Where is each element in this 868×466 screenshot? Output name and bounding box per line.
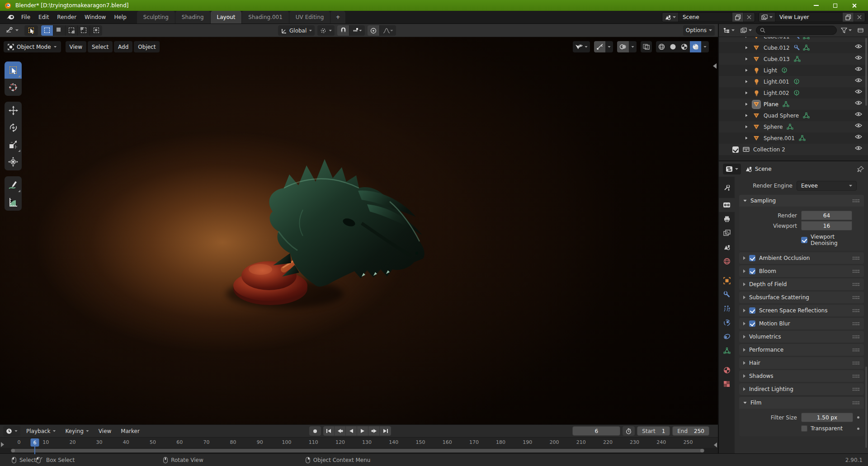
tab-constraints[interactable]: [719, 329, 735, 344]
tab-modifiers[interactable]: [719, 287, 735, 301]
expand-icon[interactable]: [743, 69, 750, 72]
outliner-row-light-002[interactable]: Light.002: [719, 87, 868, 99]
drag-grip-icon[interactable]: [852, 309, 860, 312]
timeline-scrollbar[interactable]: [0, 448, 718, 453]
outliner-row-plane[interactable]: Plane: [719, 99, 868, 110]
overlays-settings-dropdown[interactable]: [629, 41, 637, 52]
panel-bloom[interactable]: Bloom: [739, 265, 864, 277]
object-name[interactable]: Sphere.001: [764, 135, 795, 141]
expand-icon[interactable]: [743, 125, 750, 128]
next-keyframe-button[interactable]: [368, 426, 380, 436]
proportional-editing-toggle[interactable]: [368, 25, 380, 36]
tab-tool[interactable]: [719, 180, 735, 194]
animate-dot-icon[interactable]: [857, 416, 859, 419]
workspace-tab-shading[interactable]: Shading: [175, 11, 211, 24]
collection-name[interactable]: Collection 2: [753, 146, 785, 153]
expand-icon[interactable]: [743, 57, 750, 61]
object-name[interactable]: Sphere: [764, 124, 783, 130]
menu-render[interactable]: Render: [53, 11, 80, 24]
hide-eye-toggle[interactable]: [855, 78, 862, 83]
outliner-row-quad-sphere[interactable]: Quad Sphere: [719, 110, 868, 121]
tool-rotate[interactable]: [5, 119, 22, 136]
view-layer-browse-button[interactable]: [759, 13, 775, 22]
play-reverse-button[interactable]: [346, 426, 357, 436]
tool-move[interactable]: [5, 102, 22, 119]
outliner-row-light[interactable]: Light: [719, 65, 868, 76]
outliner-filter-view-dropdown[interactable]: [739, 25, 754, 35]
object-name[interactable]: Light.001: [764, 79, 789, 85]
animate-dot-icon[interactable]: [857, 428, 859, 430]
panel-volumetrics[interactable]: Volumetrics: [739, 331, 864, 343]
outliner-search-input[interactable]: [756, 26, 837, 35]
workspace-tab-layout[interactable]: Layout: [211, 11, 242, 24]
outliner-row-collection-2[interactable]: Collection 2: [719, 144, 868, 155]
editor-type-selector[interactable]: [3, 25, 21, 36]
select-mode-extend[interactable]: [53, 25, 66, 36]
shading-settings-dropdown[interactable]: [701, 41, 709, 52]
expand-icon[interactable]: [743, 91, 750, 94]
close-button[interactable]: [844, 0, 863, 11]
view-layer-name[interactable]: View Layer: [775, 13, 842, 22]
workspace-tab-sculpting[interactable]: Sculpting: [137, 11, 175, 24]
add-workspace-button[interactable]: +: [330, 11, 345, 24]
hide-eye-toggle[interactable]: [855, 44, 862, 49]
scene-new-button[interactable]: [732, 13, 743, 22]
viewport-3d[interactable]: Object Mode View Select Add Object: [0, 37, 718, 424]
panel-performance[interactable]: Performance: [739, 344, 864, 356]
drag-grip-icon[interactable]: [852, 199, 860, 202]
select-mode-set[interactable]: [41, 25, 53, 36]
viewport-menu-view[interactable]: View: [66, 41, 86, 52]
transform-orientation-dropdown[interactable]: Global: [278, 25, 315, 36]
xray-toggle[interactable]: [641, 41, 652, 52]
viewport-menu-object[interactable]: Object: [134, 41, 160, 52]
panel-motion-blur[interactable]: Motion Blur: [739, 318, 864, 329]
tab-object[interactable]: [719, 273, 735, 287]
transparent-checkbox[interactable]: [801, 425, 807, 432]
drag-grip-icon[interactable]: [852, 296, 860, 299]
ssr-checkbox[interactable]: [749, 307, 755, 314]
outliner-row-sphere-001[interactable]: Sphere.001: [719, 132, 868, 144]
menu-edit[interactable]: Edit: [34, 11, 53, 24]
workspace-tab-shading-001[interactable]: Shading.001: [242, 11, 289, 24]
play-button[interactable]: [357, 426, 368, 436]
timeline-menu-keying[interactable]: Keying: [62, 428, 93, 434]
maximize-button[interactable]: [826, 0, 844, 11]
select-mode-intersect[interactable]: [90, 25, 102, 36]
use-preview-range-button[interactable]: [623, 426, 635, 436]
scene-browse-button[interactable]: [662, 13, 679, 22]
frame-start-field[interactable]: Start 1: [637, 426, 670, 436]
selectability-visibility-dropdown[interactable]: [573, 41, 590, 52]
select-mode-subtract[interactable]: [66, 25, 78, 36]
hide-eye-toggle[interactable]: [855, 55, 862, 60]
view-layer-new-button[interactable]: [842, 13, 854, 22]
tab-scene[interactable]: [719, 240, 735, 254]
expand-icon[interactable]: [743, 137, 750, 140]
tool-transform[interactable]: [5, 153, 22, 170]
show-gizmo-toggle[interactable]: [594, 41, 605, 52]
select-mode-invert[interactable]: [78, 25, 90, 36]
sampling-render-field[interactable]: 64: [801, 211, 852, 220]
filter-size-field[interactable]: 1.50 px: [801, 413, 853, 422]
scene-name[interactable]: Scene: [679, 13, 732, 22]
panel-indirect-lighting[interactable]: Indirect Lighting: [739, 383, 864, 395]
panel-hair[interactable]: Hair: [739, 357, 864, 369]
expand-icon[interactable]: [743, 103, 750, 106]
hide-eye-toggle[interactable]: [855, 100, 862, 105]
frame-end-field[interactable]: End 250: [672, 426, 709, 436]
panel-sampling-header[interactable]: Sampling: [739, 195, 864, 207]
options-dropdown[interactable]: Options: [683, 25, 715, 36]
tool-annotate[interactable]: [5, 176, 22, 193]
new-collection-button[interactable]: [856, 25, 865, 35]
expand-icon[interactable]: [743, 80, 750, 83]
menu-file[interactable]: File: [17, 11, 34, 24]
pin-icon[interactable]: [857, 166, 864, 173]
hide-eye-toggle[interactable]: [855, 37, 862, 38]
tab-object-data[interactable]: [719, 344, 735, 358]
outliner-filter-dropdown[interactable]: [839, 25, 854, 35]
timeline-scroll-handle[interactable]: [11, 449, 704, 452]
current-frame-marker[interactable]: 6: [31, 438, 39, 447]
shading-rendered-button[interactable]: [690, 41, 701, 52]
blender-app-menu[interactable]: [4, 11, 17, 24]
drag-grip-icon[interactable]: [852, 269, 860, 273]
viewport-denoising-checkbox[interactable]: [801, 237, 807, 243]
